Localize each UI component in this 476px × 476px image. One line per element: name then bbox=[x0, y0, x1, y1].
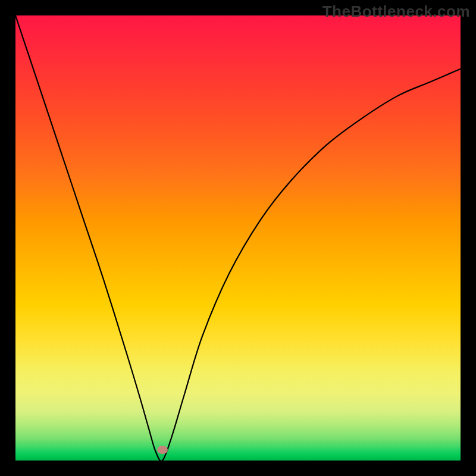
optimum-marker bbox=[157, 446, 168, 454]
bottleneck-curve bbox=[15, 15, 461, 461]
chart-plot-area bbox=[15, 15, 461, 461]
watermark-text: TheBottleneck.com bbox=[322, 2, 470, 21]
